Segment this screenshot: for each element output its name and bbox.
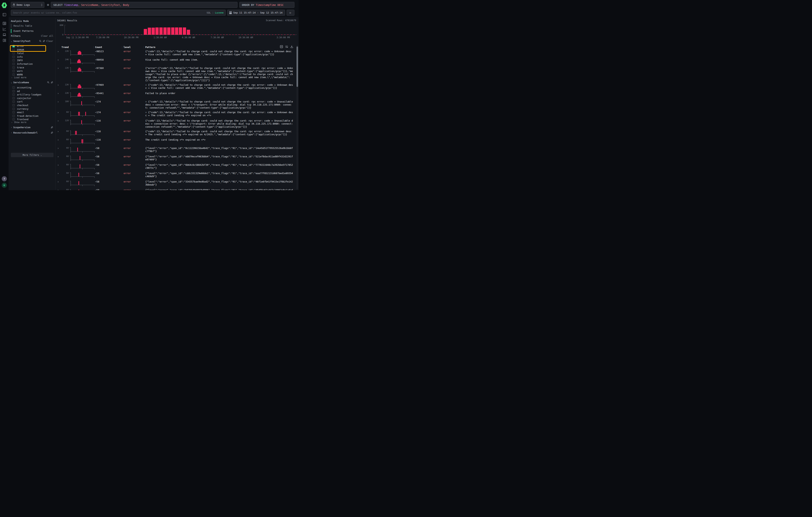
filter-option-error[interactable]: ✓error bbox=[12, 45, 53, 48]
date-range-picker[interactable]: Sep 11 15:47:14 - Sep 12 15:47:14 bbox=[227, 10, 285, 16]
checkbox[interactable] bbox=[12, 115, 15, 117]
checkbox[interactable] bbox=[12, 73, 15, 76]
pin-icon[interactable] bbox=[42, 40, 45, 42]
source-settings-gear-icon[interactable]: ⚙ bbox=[46, 3, 50, 7]
search-icon[interactable] bbox=[39, 40, 41, 42]
expand-row-icon[interactable]: › bbox=[57, 100, 61, 103]
checkbox[interactable] bbox=[12, 86, 15, 89]
expand-row-icon[interactable]: › bbox=[57, 155, 61, 158]
expand-row-icon[interactable]: › bbox=[57, 189, 61, 190]
checkbox[interactable] bbox=[12, 59, 15, 61]
source-select[interactable]: Demo Logs bbox=[11, 2, 45, 8]
filter-option-INFO[interactable]: INFO bbox=[12, 58, 53, 62]
search-icon[interactable] bbox=[47, 81, 50, 84]
histogram-bar[interactable] bbox=[183, 27, 186, 35]
checkbox[interactable] bbox=[12, 108, 15, 110]
filter-option-cainjector[interactable]: cainjector bbox=[12, 96, 53, 100]
pattern-row[interactable]: ›24K~98058errorVisa cache full: cannot a… bbox=[57, 57, 294, 66]
filter-option-ad[interactable]: ad bbox=[12, 89, 53, 93]
service-group-header[interactable]: ⌄ ServiceName bbox=[11, 81, 53, 84]
chart-explorer-icon[interactable] bbox=[2, 27, 6, 31]
checkbox[interactable] bbox=[12, 100, 15, 103]
expand-row-icon[interactable]: › bbox=[57, 92, 61, 95]
checkbox[interactable] bbox=[12, 97, 15, 99]
expand-row-icon[interactable]: › bbox=[57, 83, 61, 86]
pattern-text[interactable]: {"code":13,"details":"failed to charge c… bbox=[145, 50, 294, 56]
pattern-text[interactable]: Failed to place order bbox=[145, 92, 294, 95]
pin-icon[interactable] bbox=[51, 132, 53, 134]
histogram-bar[interactable] bbox=[160, 27, 163, 35]
mode-lucene[interactable]: Lucene bbox=[215, 11, 224, 14]
pattern-row[interactable]: ›22K~95441errorFailed to place order bbox=[57, 91, 294, 99]
mode-sql[interactable]: SQL bbox=[207, 11, 211, 14]
filter-option-info[interactable]: info bbox=[12, 55, 53, 59]
histogram-bar[interactable] bbox=[179, 27, 182, 35]
pattern-text[interactable]: {"level":"error","span_id":"0c11220615ba… bbox=[145, 147, 294, 153]
col-trend[interactable]: Trend bbox=[61, 46, 95, 49]
histogram-bar[interactable] bbox=[175, 27, 178, 35]
checkbox[interactable]: ✓ bbox=[12, 45, 15, 48]
sql-select-editor[interactable]: SELECT Timestamp, ServiceName, SeverityT… bbox=[51, 2, 237, 8]
expand-row-icon[interactable]: › bbox=[57, 180, 61, 183]
pattern-row[interactable]: ›60~58error{"level":"error","span_id":"b… bbox=[57, 188, 294, 190]
expand-row-icon[interactable]: › bbox=[57, 164, 61, 167]
dashboards-icon[interactable] bbox=[2, 38, 6, 42]
expand-row-icon[interactable]: › bbox=[57, 50, 61, 53]
checkbox[interactable] bbox=[12, 63, 15, 65]
search-logs-icon[interactable] bbox=[2, 21, 6, 26]
expand-row-icon[interactable]: › bbox=[57, 111, 61, 114]
checkbox[interactable] bbox=[12, 118, 15, 121]
sessions-icon[interactable] bbox=[2, 32, 6, 37]
pattern-row[interactable]: ›120~116error{"code":13,"details":"faile… bbox=[57, 118, 294, 129]
severity-group-header[interactable]: ⌄ SeverityText Clear bbox=[11, 39, 53, 42]
pattern-row[interactable]: ›60~116error{"code":13,"details":"failed… bbox=[57, 129, 294, 137]
checkbox[interactable] bbox=[12, 56, 15, 58]
histogram-bar[interactable] bbox=[187, 30, 190, 35]
pattern-text[interactable]: {"level":"error","span_id":"334357bae9ed… bbox=[145, 180, 294, 186]
pattern-text[interactable]: × {"code":13,"details":"failed to charge… bbox=[145, 111, 294, 117]
histogram-bar[interactable] bbox=[164, 27, 167, 35]
wrap-text-icon[interactable] bbox=[285, 45, 288, 48]
expand-row-icon[interactable]: › bbox=[57, 67, 61, 70]
expand-row-icon[interactable]: › bbox=[57, 172, 61, 175]
filter-option-artillery-loadgen[interactable]: artillery-loadgen bbox=[12, 93, 53, 96]
col-count[interactable]: ⋮Count bbox=[95, 46, 124, 49]
pattern-row[interactable]: ›22K~97360error{"error":{"code":13,"deta… bbox=[57, 66, 294, 83]
clear-all-link[interactable]: Clear all bbox=[41, 35, 53, 37]
pattern-text[interactable]: Visa cache full: cannot add new item. bbox=[145, 58, 294, 61]
filter-group-ResourceSchemaUrl[interactable]: ›ResourceSchemaUrl bbox=[11, 131, 53, 134]
col-level[interactable]: ⋮level bbox=[124, 46, 145, 49]
histogram-bar[interactable] bbox=[167, 27, 170, 35]
pattern-row[interactable]: ›60~58error{"level":"error","span_id":"3… bbox=[57, 179, 294, 188]
severity-clear-link[interactable]: Clear bbox=[46, 40, 53, 42]
expand-row-icon[interactable]: › bbox=[57, 58, 61, 61]
pattern-text[interactable]: {"level":"error","span_id":"eb870ecef063… bbox=[145, 155, 294, 161]
pattern-row[interactable]: ›60~116errorThe credit card (ending <*> … bbox=[57, 137, 294, 146]
pattern-text[interactable]: × {"code":13,"details":"failed to charge… bbox=[145, 100, 294, 109]
pattern-row[interactable]: ›60~58error{"level":"error","span_id":"e… bbox=[57, 154, 294, 163]
filter-option-WARN[interactable]: WARN bbox=[12, 73, 53, 77]
pin-icon[interactable] bbox=[51, 81, 53, 84]
code-view-icon[interactable] bbox=[280, 45, 283, 48]
histogram-bar[interactable] bbox=[148, 28, 151, 35]
pattern-row[interactable]: ›22K~98523error{"code":13,"details":"fai… bbox=[57, 49, 294, 57]
pattern-row[interactable]: ›180~174error× {"code":13,"details":"fai… bbox=[57, 99, 294, 110]
checkbox[interactable] bbox=[12, 111, 15, 114]
filter-option-accounting[interactable]: accounting bbox=[12, 86, 53, 89]
filter-option-currency[interactable]: currency bbox=[12, 107, 53, 111]
filter-option-ERROR[interactable]: ERROR bbox=[12, 48, 53, 52]
results-histogram[interactable]: 80K 0 Sep 11 3:30:00 PM7:30:00 PM10:30:0… bbox=[55, 18, 298, 39]
filter-option-frontend[interactable]: frontend bbox=[12, 118, 53, 121]
histogram-bar[interactable] bbox=[171, 27, 174, 35]
help-button[interactable]: ? bbox=[2, 176, 7, 181]
pin-icon[interactable] bbox=[51, 126, 53, 128]
histogram-bar[interactable] bbox=[144, 29, 147, 35]
checkbox[interactable] bbox=[12, 93, 15, 96]
pattern-row[interactable]: ›60~58error{"level":"error","span_id":"0… bbox=[57, 146, 294, 154]
checkbox[interactable] bbox=[12, 70, 15, 72]
expand-row-icon[interactable]: › bbox=[57, 138, 61, 141]
pattern-row[interactable]: ›60~174error× {"code":13,"details":"fail… bbox=[57, 110, 294, 118]
pattern-text[interactable]: {"level":"error","span_id":"6b64c6c58842… bbox=[145, 164, 294, 170]
analysis-mode-event-patterns[interactable]: Event Patterns bbox=[11, 28, 49, 33]
analysis-mode-results-table[interactable]: Results Table bbox=[11, 23, 49, 28]
